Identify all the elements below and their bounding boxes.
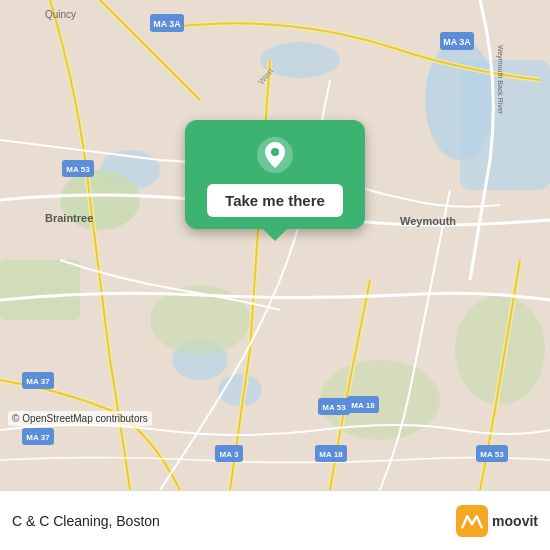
svg-rect-41 [456,505,488,537]
svg-text:Quincy: Quincy [45,9,76,20]
bottom-bar: C & C Cleaning, Boston moovit [0,490,550,550]
location-pin-icon [256,136,294,174]
map-attribution: © OpenStreetMap contributors [8,411,152,426]
moovit-logo: moovit [456,505,538,537]
svg-point-40 [271,148,279,156]
popup-card: Take me there [185,120,365,229]
svg-text:MA 53: MA 53 [480,450,504,459]
svg-text:Braintree: Braintree [45,212,93,224]
moovit-icon [456,505,488,537]
moovit-text: moovit [492,513,538,529]
svg-text:MA 37: MA 37 [26,433,50,442]
location-title: C & C Cleaning, Boston [12,513,160,529]
svg-text:MA 53: MA 53 [66,165,90,174]
svg-text:MA 3: MA 3 [220,450,239,459]
svg-text:MA 53: MA 53 [322,403,346,412]
svg-rect-8 [0,260,80,320]
svg-text:MA 3A: MA 3A [153,19,181,29]
map-container: MA 3A MA 3A MA 53 MA 37 MA 3 MA 53 MA 18… [0,0,550,490]
svg-text:Weymouth Back River: Weymouth Back River [496,45,504,115]
svg-text:Weymouth: Weymouth [400,215,456,227]
svg-text:MA 18: MA 18 [351,401,375,410]
take-me-there-button[interactable]: Take me there [207,184,343,217]
svg-text:MA 3A: MA 3A [443,37,471,47]
svg-text:MA 18: MA 18 [319,450,343,459]
svg-text:MA 37: MA 37 [26,377,50,386]
